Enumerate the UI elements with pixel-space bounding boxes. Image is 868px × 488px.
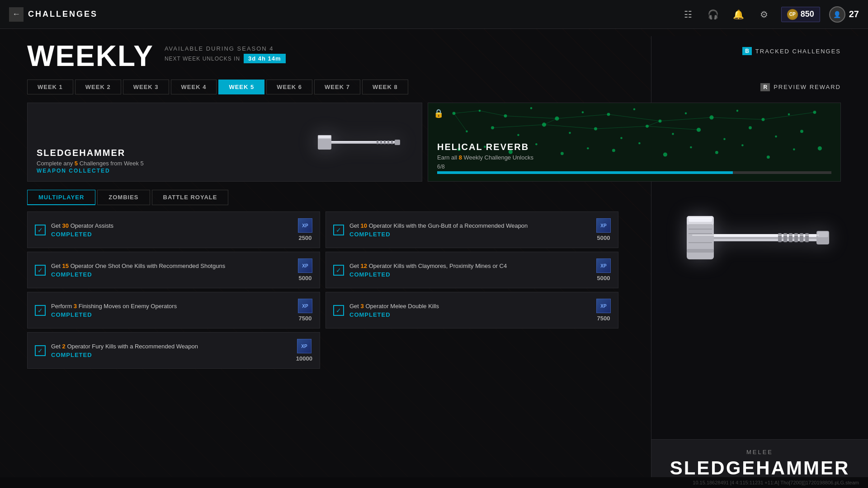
tab-week6[interactable]: WEEK 6 — [266, 80, 312, 94]
challenge-check-2: ✓ — [35, 265, 46, 276]
challenge-check-4: ✓ — [35, 345, 46, 356]
svg-line-65 — [596, 126, 647, 129]
tab-week2[interactable]: WEEK 2 — [75, 80, 121, 94]
challenge-status-6: COMPLETED — [349, 271, 591, 278]
xp-icon-1: XP — [298, 218, 312, 233]
challenge-status-1: COMPLETED — [51, 231, 292, 238]
tab-battle-royale[interactable]: BATTLE ROYALE — [152, 190, 229, 205]
reward-name-helical: HELICAL REVERB — [437, 142, 831, 152]
svg-point-20 — [685, 113, 687, 115]
player-level[interactable]: 👤 27 — [829, 6, 859, 23]
reward-desc-suffix: Challenges from Week 5 — [78, 160, 144, 167]
reward-panel-helical: 🔒 HELICAL REVERB Earn all 8 Weekly Chall… — [428, 103, 841, 182]
reward-desc-highlight: 5 — [75, 160, 78, 167]
challenge-check-5: ✓ — [333, 225, 344, 235]
xp-amount-2: 5000 — [299, 275, 312, 282]
challenge-xp-1: XP 2500 — [298, 218, 312, 241]
weapon-name-large: SLEDGEHAMMER — [665, 457, 854, 479]
svg-line-57 — [505, 116, 557, 119]
next-week-label: NEXT WEEK UNLOCKS IN — [165, 56, 240, 62]
svg-rect-6 — [380, 141, 382, 144]
svg-line-61 — [712, 117, 763, 120]
challenge-card-6[interactable]: ✓ Get 12 Operator Kills with Claymores, … — [326, 252, 618, 288]
next-week-badge: NEXT WEEK UNLOCKS IN 3d 4h 14m — [165, 54, 286, 63]
weekly-title: WEEKLY — [27, 42, 154, 70]
challenge-info-2: Get 15 Operator One Shot One Kills with … — [51, 262, 292, 278]
currency-amount: 850 — [801, 9, 814, 19]
challenge-card-2[interactable]: ✓ Get 15 Operator One Shot One Kills wit… — [27, 252, 320, 288]
challenge-card-7[interactable]: ✓ Get 3 Operator Melee Double Kills COMP… — [326, 292, 618, 328]
challenge-status-5: COMPLETED — [349, 231, 591, 238]
challenges-section: MULTIPLAYER ZOMBIES BATTLE ROYALE ✓ Get … — [27, 190, 841, 369]
xp-icon-7: XP — [596, 299, 611, 313]
svg-point-22 — [736, 110, 739, 112]
category-tabs: MULTIPLAYER ZOMBIES BATTLE ROYALE — [27, 190, 618, 205]
tracked-challenges-button[interactable]: B TRACKED CHALLENGES — [742, 47, 841, 55]
top-bar: ← CHALLENGES ☷ 🎧 🔔 ⚙ CP 850 👤 27 — [0, 0, 868, 29]
tab-zombies[interactable]: ZOMBIES — [97, 190, 150, 205]
svg-line-58 — [557, 114, 609, 118]
reward-desc-sledgehammer: Complete any 5 Challenges from Week 5 — [37, 160, 295, 167]
gear-icon[interactable]: ⚙ — [756, 6, 772, 23]
tab-week7[interactable]: WEEK 7 — [314, 80, 360, 94]
tab-multiplayer[interactable]: MULTIPLAYER — [27, 190, 95, 205]
xp-icon-3: XP — [298, 299, 312, 313]
svg-rect-7 — [384, 141, 386, 144]
xp-amount-6: 5000 — [597, 275, 610, 282]
svg-line-55 — [454, 111, 480, 113]
preview-reward-button[interactable]: R PREVIEW REWARD — [760, 83, 841, 91]
xp-amount-4: 10000 — [296, 355, 312, 362]
available-text: AVAILABLE DURING SEASON 4 — [165, 45, 286, 52]
sledgehammer-preview — [304, 124, 422, 160]
challenge-info-1: Get 30 Operator Assists COMPLETED — [51, 222, 292, 238]
currency-button[interactable]: CP 850 — [781, 7, 820, 22]
progress-bar-fill — [437, 171, 733, 174]
reward-desc-prefix: Complete any — [37, 160, 75, 167]
challenge-xp-7: XP 7500 — [596, 299, 611, 322]
challenge-info-5: Get 10 Operator Kills with the Gun-Butt … — [349, 222, 591, 238]
helical-desc-highlight: 8 — [459, 154, 462, 161]
currency-icon: CP — [787, 9, 798, 20]
challenges-left-section: MULTIPLAYER ZOMBIES BATTLE ROYALE ✓ Get … — [27, 190, 618, 369]
headphone-icon[interactable]: 🎧 — [705, 6, 722, 23]
status-bar: 10.15.18628491 [4 4:115:11231 +11:A] Tho… — [0, 477, 868, 488]
header-meta: AVAILABLE DURING SEASON 4 NEXT WEEK UNLO… — [165, 42, 286, 63]
challenge-card-1[interactable]: ✓ Get 30 Operator Assists COMPLETED XP 2… — [27, 211, 320, 248]
challenge-title-4: Get 2 Operator Fury Kills with a Recomme… — [51, 343, 291, 351]
back-button[interactable]: ← CHALLENGES — [9, 7, 98, 22]
tab-week8[interactable]: WEEK 8 — [362, 80, 408, 94]
svg-point-32 — [620, 137, 623, 139]
challenge-title-1: Get 30 Operator Assists — [51, 222, 292, 230]
svg-rect-4 — [319, 136, 330, 138]
challenge-card-3[interactable]: ✓ Perform 3 Finishing Moves on Enemy Ope… — [27, 292, 320, 328]
tracked-label: TRACKED CHALLENGES — [755, 48, 841, 55]
challenge-card-4[interactable]: ✓ Get 2 Operator Fury Kills with a Recom… — [27, 332, 320, 369]
grid-icon[interactable]: ☷ — [680, 6, 696, 23]
tab-week5[interactable]: WEEK 5 — [218, 80, 264, 94]
svg-point-16 — [582, 111, 584, 113]
challenge-status-3: COMPLETED — [51, 311, 292, 318]
svg-point-30 — [569, 132, 571, 134]
tab-week3[interactable]: WEEK 3 — [123, 80, 169, 94]
bell-icon[interactable]: 🔔 — [731, 6, 747, 23]
challenges-grid: ✓ Get 30 Operator Assists COMPLETED XP 2… — [27, 211, 618, 369]
xp-amount-3: 7500 — [299, 315, 312, 322]
progress-bar-background — [437, 171, 831, 174]
tab-week1[interactable]: WEEK 1 — [27, 80, 73, 94]
svg-point-18 — [633, 108, 636, 110]
svg-point-34 — [672, 133, 674, 135]
tab-week4[interactable]: WEEK 4 — [171, 80, 217, 94]
top-right-controls: ☷ 🎧 🔔 ⚙ CP 850 👤 27 — [680, 6, 859, 23]
player-level-number: 27 — [849, 9, 859, 19]
challenge-info-4: Get 2 Operator Fury Kills with a Recomme… — [51, 343, 291, 358]
challenge-card-5[interactable]: ✓ Get 10 Operator Kills with the Gun-But… — [326, 211, 618, 248]
weapon-category-label: MELEE — [665, 449, 854, 455]
challenge-xp-5: XP 5000 — [596, 218, 611, 241]
xp-amount-5: 5000 — [597, 235, 610, 241]
progress-label: 6/8 — [437, 164, 831, 170]
svg-line-63 — [493, 125, 544, 128]
challenge-xp-3: XP 7500 — [298, 299, 312, 322]
challenge-info-3: Perform 3 Finishing Moves on Enemy Opera… — [51, 302, 292, 318]
page-title: CHALLENGES — [28, 9, 98, 19]
status-text: 10.15.18628491 [4 4:115:11231 +11:A] Tho… — [693, 480, 859, 485]
